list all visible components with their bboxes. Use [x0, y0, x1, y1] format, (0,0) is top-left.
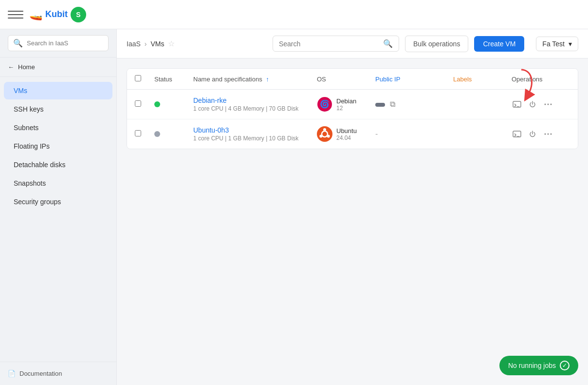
check-circle-icon: ✓ — [560, 361, 570, 370]
svg-point-14 — [545, 134, 546, 135]
sidebar-footer: 📄 Documentation — [0, 362, 116, 385]
app-name: Kubit — [45, 9, 68, 19]
more-options-icon-1[interactable] — [543, 99, 553, 110]
svg-point-11 — [319, 135, 322, 138]
documentation-link[interactable]: 📄 Documentation — [8, 370, 109, 377]
svg-point-16 — [551, 134, 552, 135]
logo-s-icon: S — [71, 7, 86, 22]
no-jobs-badge: No running jobs ✓ — [499, 356, 578, 375]
vm-name-1[interactable]: Debian-rke — [193, 96, 317, 104]
sidebar-home-item[interactable]: ← Home — [0, 58, 116, 77]
no-jobs-bar: No running jobs ✓ — [499, 356, 578, 375]
vm-spec-1: 1 core CPU | 4 GB Memory | 70 GB Disk — [193, 105, 317, 112]
table-row: Ubuntu-0h3 1 core CPU | 1 GB Memory | 10… — [127, 119, 578, 149]
breadcrumb-parent[interactable]: IaaS — [127, 40, 141, 48]
sidebar-item-snapshots[interactable]: Snapshots — [4, 174, 112, 192]
sort-arrow-icon[interactable]: ↑ — [266, 76, 269, 83]
svg-point-5 — [548, 104, 549, 105]
logo-boat-icon: 🚤 — [29, 8, 42, 21]
sidebar-item-floating-ips[interactable]: Floating IPs — [4, 137, 112, 155]
sidebar-nav: VMs SSH keys Subnets Floating IPs Detach… — [0, 77, 116, 362]
doc-icon: 📄 — [8, 370, 16, 377]
sidebar-search-icon: 🔍 — [13, 38, 23, 48]
no-jobs-label: No running jobs — [508, 362, 556, 369]
svg-point-15 — [548, 134, 549, 135]
row-checkbox-cell-1 — [135, 100, 154, 109]
row-checkbox-cell-2 — [135, 130, 154, 138]
col-labels: Labels — [453, 76, 512, 83]
search-input[interactable] — [279, 40, 379, 48]
tenant-dropdown-icon: ▾ — [569, 40, 572, 48]
breadcrumb-current: VMs — [150, 40, 164, 48]
svg-point-6 — [551, 104, 552, 105]
vm-content: Status Name and specifications ↑ OS Publ… — [117, 58, 588, 385]
svg-point-9 — [323, 128, 326, 131]
console-icon-2[interactable] — [512, 129, 522, 139]
svg-point-10 — [327, 135, 330, 138]
sidebar-item-ssh-keys[interactable]: SSH keys — [4, 100, 112, 118]
ip-cell-1: ⧉ — [375, 100, 453, 109]
create-vm-button[interactable]: Create VM — [474, 36, 524, 52]
status-cell-1 — [154, 101, 193, 107]
search-box: 🔍 — [273, 36, 399, 52]
col-name-specs: Name and specifications ↑ — [193, 76, 317, 83]
search-icon: 🔍 — [383, 39, 393, 48]
favorite-star-icon[interactable]: ☆ — [168, 39, 175, 48]
copy-ip-icon[interactable]: ⧉ — [390, 100, 395, 108]
documentation-label: Documentation — [19, 370, 62, 377]
more-options-icon-2[interactable] — [543, 129, 553, 139]
status-cell-2 — [154, 131, 193, 137]
col-operations: Operations — [512, 76, 570, 83]
os-name-2: Ubuntu — [336, 127, 357, 135]
sidebar-search-container: 🔍 — [0, 29, 116, 58]
select-all-checkbox-cell — [135, 75, 154, 83]
row-checkbox-2[interactable] — [135, 130, 141, 136]
ip-badge-1 — [375, 103, 385, 107]
col-public-ip: Public IP — [375, 76, 453, 83]
sidebar: 🔍 ← Home VMs SSH keys Subnets Floating I… — [0, 29, 117, 385]
tenant-name: Fa Test — [542, 40, 565, 48]
ubuntu-os-icon — [317, 126, 332, 142]
sidebar-item-subnets[interactable]: Subnets — [4, 119, 112, 136]
console-icon-1[interactable] — [512, 99, 522, 110]
table-header: Status Name and specifications ↑ OS Publ… — [127, 69, 578, 90]
os-cell-1: 🌀 Debian 12 — [317, 96, 375, 112]
os-version-2: 24.04 — [336, 135, 357, 141]
row-checkbox-1[interactable] — [135, 100, 141, 107]
content-area: IaaS › VMs ☆ 🔍 Bulk operations Create VM… — [117, 29, 588, 385]
sidebar-item-detachable-disks[interactable]: Detachable disks — [4, 156, 112, 173]
vm-name-2[interactable]: Ubuntu-0h3 — [193, 126, 317, 134]
os-name-1: Debian — [336, 97, 356, 105]
home-label: Home — [18, 63, 35, 71]
debian-os-icon: 🌀 — [317, 96, 332, 112]
ip-cell-2: - — [375, 130, 453, 138]
hamburger-menu[interactable] — [8, 7, 23, 22]
status-dot-running — [154, 101, 160, 107]
power-icon-1[interactable] — [527, 99, 538, 110]
svg-rect-2 — [513, 101, 521, 107]
sidebar-search-input[interactable] — [27, 39, 103, 47]
back-arrow-icon: ← — [8, 63, 14, 71]
power-icon-2[interactable] — [527, 129, 538, 139]
sidebar-item-security-groups[interactable]: Security groups — [4, 193, 112, 211]
os-version-1: 12 — [336, 105, 356, 112]
select-all-checkbox[interactable] — [135, 75, 141, 81]
name-spec-cell-1: Debian-rke 1 core CPU | 4 GB Memory | 70… — [193, 96, 317, 112]
tenant-selector[interactable]: Fa Test ▾ — [536, 37, 578, 51]
sidebar-item-vms[interactable]: VMs — [4, 82, 112, 99]
status-dot-stopped — [154, 131, 160, 137]
col-status: Status — [154, 76, 193, 83]
col-os: OS — [317, 76, 375, 83]
os-cell-2: Ubuntu 24.04 — [317, 126, 375, 142]
ops-cell-1 — [512, 99, 570, 110]
breadcrumb: IaaS › VMs ☆ — [127, 39, 175, 48]
bulk-operations-button[interactable]: Bulk operations — [405, 36, 469, 52]
svg-point-4 — [545, 104, 546, 105]
no-ip-dash-2: - — [375, 130, 378, 138]
name-spec-cell-2: Ubuntu-0h3 1 core CPU | 1 GB Memory | 10… — [193, 126, 317, 142]
table-row: Debian-rke 1 core CPU | 4 GB Memory | 70… — [127, 90, 578, 119]
svg-text:🌀: 🌀 — [320, 99, 330, 109]
svg-rect-12 — [513, 131, 521, 137]
ops-cell-2 — [512, 129, 570, 139]
vm-table: Status Name and specifications ↑ OS Publ… — [127, 68, 578, 149]
